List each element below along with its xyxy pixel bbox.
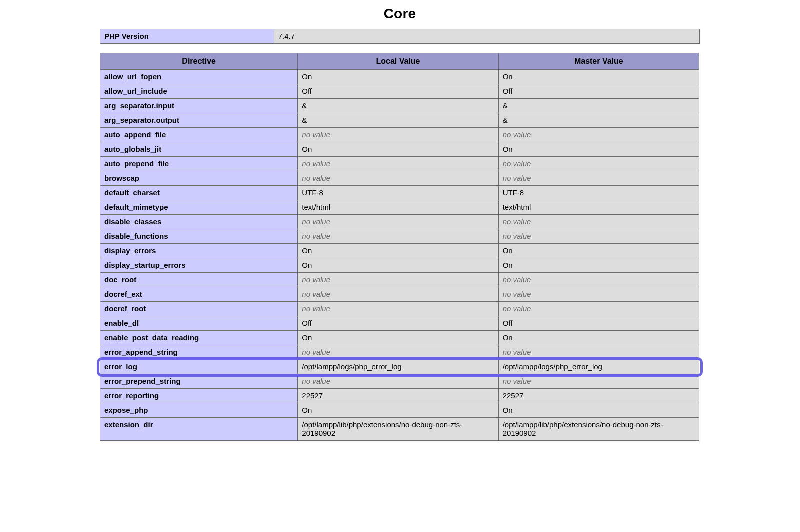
local-value: no value bbox=[298, 287, 498, 302]
directive-name: error_prepend_string bbox=[100, 374, 298, 389]
master-value: & bbox=[498, 99, 699, 113]
table-header-row: Directive Local Value Master Value bbox=[100, 53, 700, 70]
table-row: disable_functionsno valueno value bbox=[100, 229, 700, 244]
directive-name: arg_separator.input bbox=[100, 99, 298, 113]
no-value-label: no value bbox=[302, 348, 330, 356]
section-title: Core bbox=[100, 6, 700, 22]
master-value: text/html bbox=[498, 200, 699, 215]
master-value: 22527 bbox=[498, 389, 699, 403]
no-value-label: no value bbox=[302, 290, 330, 298]
directive-name: extension_dir bbox=[100, 418, 298, 441]
directive-name: default_mimetype bbox=[100, 200, 298, 215]
local-value: no value bbox=[298, 128, 498, 142]
no-value-label: no value bbox=[302, 304, 330, 313]
table-row: allow_url_includeOffOff bbox=[100, 84, 700, 99]
master-value: On bbox=[498, 403, 699, 418]
table-row: disable_classesno valueno value bbox=[100, 215, 700, 229]
directive-name: auto_prepend_file bbox=[100, 157, 298, 171]
directives-table: Directive Local Value Master Value allow… bbox=[100, 53, 700, 441]
directive-name: auto_append_file bbox=[100, 128, 298, 142]
table-row: error_reporting2252722527 bbox=[100, 389, 700, 403]
master-value: UTF-8 bbox=[498, 186, 699, 200]
local-value: On bbox=[298, 403, 498, 418]
master-value: no value bbox=[498, 128, 699, 142]
table-row: error_append_stringno valueno value bbox=[100, 345, 700, 360]
master-value: On bbox=[498, 331, 699, 345]
local-value: On bbox=[298, 258, 498, 273]
master-value: no value bbox=[498, 374, 699, 389]
master-value: On bbox=[498, 244, 699, 258]
phpinfo-core-section: Core PHP Version 7.4.7 Directive Local V… bbox=[100, 0, 700, 441]
directive-name: disable_functions bbox=[100, 229, 298, 244]
master-value: no value bbox=[498, 215, 699, 229]
master-value: no value bbox=[498, 287, 699, 302]
master-value: On bbox=[498, 70, 699, 84]
table-row: extension_dir/opt/lampp/lib/php/extensio… bbox=[100, 418, 700, 441]
table-row: browscapno valueno value bbox=[100, 171, 700, 186]
no-value-label: no value bbox=[302, 377, 330, 385]
directive-name: display_startup_errors bbox=[100, 258, 298, 273]
table-row: error_log/opt/lampp/logs/php_error_log/o… bbox=[100, 360, 700, 374]
table-row: display_errorsOnOn bbox=[100, 244, 700, 258]
master-value: no value bbox=[498, 273, 699, 287]
no-value-label: no value bbox=[302, 159, 330, 168]
no-value-label: no value bbox=[503, 377, 532, 385]
no-value-label: no value bbox=[503, 275, 532, 284]
local-value: UTF-8 bbox=[298, 186, 498, 200]
table-row: arg_separator.output&& bbox=[100, 113, 700, 128]
no-value-label: no value bbox=[503, 232, 532, 240]
local-value: text/html bbox=[298, 200, 498, 215]
directive-name: error_append_string bbox=[100, 345, 298, 360]
local-value: On bbox=[298, 244, 498, 258]
directive-name: disable_classes bbox=[100, 215, 298, 229]
master-value: no value bbox=[498, 229, 699, 244]
directive-name: allow_url_fopen bbox=[100, 70, 298, 84]
table-row: auto_prepend_fileno valueno value bbox=[100, 157, 700, 171]
no-value-label: no value bbox=[302, 275, 330, 284]
no-value-label: no value bbox=[302, 130, 330, 139]
local-value: no value bbox=[298, 273, 498, 287]
local-value: & bbox=[298, 113, 498, 128]
directive-name: auto_globals_jit bbox=[100, 142, 298, 157]
directive-name: expose_php bbox=[100, 403, 298, 418]
no-value-label: no value bbox=[302, 174, 330, 182]
col-local: Local Value bbox=[298, 53, 498, 70]
table-row: enable_dlOffOff bbox=[100, 316, 700, 331]
no-value-label: no value bbox=[503, 174, 532, 182]
directive-name: allow_url_include bbox=[100, 84, 298, 99]
master-value: Off bbox=[498, 316, 699, 331]
master-value: no value bbox=[498, 157, 699, 171]
directive-name: doc_root bbox=[100, 273, 298, 287]
no-value-label: no value bbox=[503, 217, 532, 226]
no-value-label: no value bbox=[503, 130, 532, 139]
local-value: On bbox=[298, 331, 498, 345]
directive-name: error_log bbox=[100, 360, 298, 374]
php-version-value: 7.4.7 bbox=[274, 29, 700, 44]
local-value: no value bbox=[298, 302, 498, 316]
php-version-table: PHP Version 7.4.7 bbox=[100, 29, 700, 44]
directive-name: enable_post_data_reading bbox=[100, 331, 298, 345]
directive-name: error_reporting bbox=[100, 389, 298, 403]
local-value: no value bbox=[298, 171, 498, 186]
directive-name: docref_ext bbox=[100, 287, 298, 302]
master-value: no value bbox=[498, 171, 699, 186]
master-value: & bbox=[498, 113, 699, 128]
col-directive: Directive bbox=[100, 53, 298, 70]
table-row: display_startup_errorsOnOn bbox=[100, 258, 700, 273]
directive-name: display_errors bbox=[100, 244, 298, 258]
local-value: On bbox=[298, 70, 498, 84]
no-value-label: no value bbox=[302, 217, 330, 226]
master-value: Off bbox=[498, 84, 699, 99]
master-value: no value bbox=[498, 302, 699, 316]
table-row: auto_append_fileno valueno value bbox=[100, 128, 700, 142]
local-value: Off bbox=[298, 316, 498, 331]
directive-name: enable_dl bbox=[100, 316, 298, 331]
directive-name: arg_separator.output bbox=[100, 113, 298, 128]
table-row: docref_rootno valueno value bbox=[100, 302, 700, 316]
local-value: & bbox=[298, 99, 498, 113]
local-value: no value bbox=[298, 215, 498, 229]
no-value-label: no value bbox=[503, 304, 532, 313]
table-row: doc_rootno valueno value bbox=[100, 273, 700, 287]
local-value: Off bbox=[298, 84, 498, 99]
master-value: On bbox=[498, 142, 699, 157]
